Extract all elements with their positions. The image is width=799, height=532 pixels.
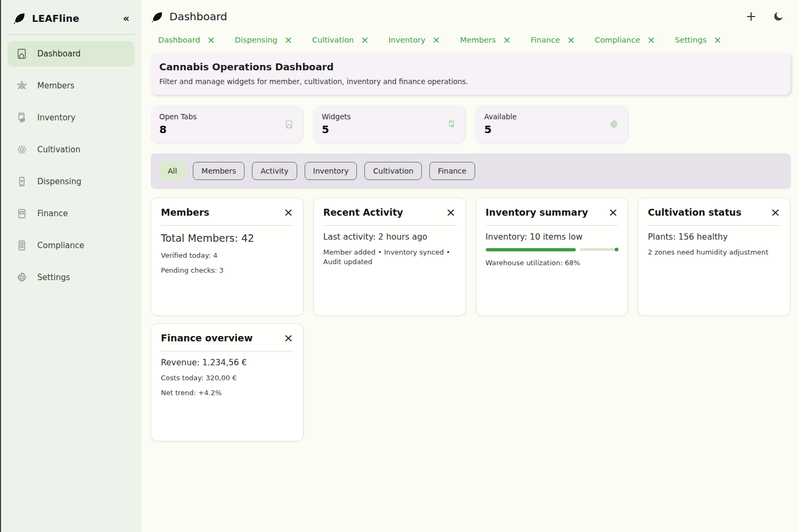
widget-line: Revenue: 1.234,56 € — [161, 358, 293, 367]
widget-line: Costs today: 320,00 € — [161, 373, 293, 383]
dark-mode-moon-icon[interactable] — [772, 11, 784, 22]
widget-members: Members × Total Members: 42Verified toda… — [151, 198, 304, 316]
tab-label: Finance — [531, 36, 560, 44]
tab-close-icon[interactable]: × — [647, 35, 655, 45]
tab-inventory[interactable]: Inventory × — [388, 35, 440, 45]
header-actions: + — [746, 10, 790, 23]
widget-line: 2 zones need humidity adjustment — [648, 248, 780, 257]
widget-finance-overview: Finance overview × Revenue: 1.234,56 €Co… — [151, 323, 304, 441]
tab-close-icon[interactable]: × — [361, 35, 369, 45]
sidebar-item-cultivation[interactable]: Cultivation — [7, 137, 135, 162]
main-content: Dashboard + Dashboard × Dispensing × Cul… — [141, 0, 799, 532]
filter-chip-members[interactable]: Members — [193, 162, 244, 180]
open-tabs-icon — [284, 119, 294, 129]
stat-label: Open Tabs — [159, 112, 197, 121]
dispensing-icon — [15, 175, 28, 188]
filter-chip-finance[interactable]: Finance — [429, 162, 475, 180]
widget-line: Pending checks: 3 — [161, 266, 293, 275]
tab-label: Compliance — [595, 36, 640, 44]
stat-value: 8 — [159, 123, 197, 136]
progress-track — [580, 248, 618, 251]
widget-line: Plants: 156 healthy — [648, 232, 780, 242]
utilization-progress-bar — [486, 248, 618, 251]
tab-cultivation[interactable]: Cultivation × — [312, 35, 369, 45]
progress-fill — [486, 248, 576, 251]
app-name: LEAFline — [32, 13, 79, 24]
sidebar-item-label: Compliance — [37, 241, 84, 250]
widget-line: Last activity: 2 hours ago — [323, 232, 456, 242]
stat-card-available: Available 5 — [476, 105, 627, 143]
sidebar-collapse-button[interactable]: « — [123, 13, 129, 23]
leaf-logo-icon — [13, 11, 27, 25]
dashboard-icon — [15, 47, 28, 60]
sidebar-item-label: Members — [37, 81, 75, 91]
tab-label: Dashboard — [158, 36, 200, 44]
widget-close-button[interactable]: × — [446, 207, 455, 218]
stat-label: Available — [484, 112, 517, 121]
sidebar-item-label: Dashboard — [37, 49, 80, 59]
open-tabs-bar: Dashboard × Dispensing × Cultivation × I… — [151, 33, 790, 53]
sidebar-nav: Dashboard Members Inventory Cultivation … — [1, 41, 141, 290]
tab-label: Settings — [675, 36, 706, 44]
tab-close-icon[interactable]: × — [503, 35, 511, 45]
tab-close-icon[interactable]: × — [567, 35, 575, 45]
sidebar-item-dashboard[interactable]: Dashboard — [7, 41, 135, 67]
tab-finance[interactable]: Finance × — [531, 35, 575, 45]
dashboard-banner: Cannabis Operations Dashboard Filter and… — [151, 53, 790, 95]
sidebar-item-settings[interactable]: Settings — [7, 265, 135, 290]
widgets-grid: Members × Total Members: 42Verified toda… — [151, 198, 790, 441]
stat-card-open-tabs: Open Tabs 8 — [151, 105, 303, 143]
tab-close-icon[interactable]: × — [433, 35, 441, 45]
widget-close-button[interactable]: × — [283, 207, 293, 218]
widget-divider — [486, 225, 618, 226]
tab-label: Members — [460, 36, 496, 44]
tab-compliance[interactable]: Compliance × — [595, 35, 655, 45]
tab-settings[interactable]: Settings × — [675, 35, 722, 45]
banner-subtitle: Filter and manage widgets for member, cu… — [159, 77, 782, 86]
widget-divider — [648, 225, 780, 226]
widget-title: Inventory summary — [486, 207, 588, 218]
sidebar-item-label: Finance — [37, 209, 68, 218]
sidebar-divider — [7, 34, 135, 35]
widget-line: Net trend: +4.2% — [161, 388, 293, 398]
widget-cultivation-status: Cultivation status × Plants: 156 healthy… — [638, 198, 790, 316]
widget-line: Member added • Inventory synced • Audit … — [323, 248, 456, 267]
widget-close-button[interactable]: × — [608, 207, 618, 218]
widget-recent-activity: Recent Activity × Last activity: 2 hours… — [313, 198, 466, 316]
tab-dashboard[interactable]: Dashboard × — [158, 35, 215, 45]
add-tab-button[interactable]: + — [746, 10, 756, 23]
settings-icon — [15, 271, 28, 284]
tab-dispensing[interactable]: Dispensing × — [235, 35, 292, 45]
widget-close-button[interactable]: × — [771, 207, 780, 218]
sidebar-item-label: Cultivation — [37, 145, 80, 154]
sidebar-item-finance[interactable]: Finance — [7, 201, 135, 226]
tab-label: Dispensing — [235, 36, 278, 44]
page-header: Dashboard + — [151, 0, 790, 33]
widget-divider — [161, 225, 293, 226]
tab-close-icon[interactable]: × — [284, 35, 292, 45]
sidebar-item-compliance[interactable]: Compliance — [7, 233, 135, 258]
filter-chip-activity[interactable]: Activity — [252, 162, 297, 180]
tab-members[interactable]: Members × — [460, 35, 511, 45]
sidebar: LEAFline « Dashboard Members Inventory C… — [0, 0, 141, 532]
stat-value: 5 — [484, 123, 517, 136]
sidebar-item-label: Settings — [37, 273, 70, 282]
stat-label: Widgets — [322, 112, 351, 121]
page-title: Dashboard — [169, 10, 227, 23]
sidebar-item-members[interactable]: Members — [7, 73, 135, 99]
filter-chip-cultivation[interactable]: Cultivation — [364, 162, 422, 180]
sidebar-item-inventory[interactable]: Inventory — [7, 105, 135, 130]
available-icon — [609, 119, 619, 129]
filter-chip-inventory[interactable]: Inventory — [305, 162, 357, 180]
sidebar-item-dispensing[interactable]: Dispensing — [7, 169, 135, 194]
widget-close-button[interactable]: × — [283, 332, 293, 344]
widget-line: Inventory: 10 items low — [486, 232, 618, 242]
progress-dot — [615, 248, 618, 251]
widget-title: Recent Activity — [323, 207, 403, 218]
tab-close-icon[interactable]: × — [713, 35, 721, 45]
widget-title: Cultivation status — [648, 207, 741, 218]
filter-chip-all[interactable]: All — [159, 162, 185, 180]
tab-close-icon[interactable]: × — [207, 35, 215, 45]
widget-line: Total Members: 42 — [161, 232, 293, 244]
widget-line: Warehouse utilization: 68% — [486, 258, 618, 268]
